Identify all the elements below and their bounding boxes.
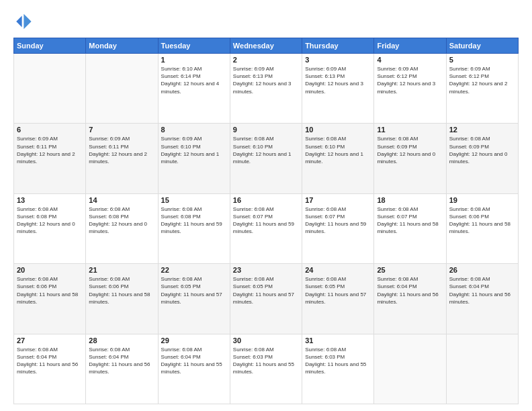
calendar-week-row: 27Sunrise: 6:08 AM Sunset: 6:04 PM Dayli… xyxy=(14,334,519,404)
calendar-cell: 29Sunrise: 6:08 AM Sunset: 6:04 PM Dayli… xyxy=(158,334,230,404)
calendar-cell: 14Sunrise: 6:08 AM Sunset: 6:08 PM Dayli… xyxy=(86,193,158,263)
calendar-cell: 3Sunrise: 6:09 AM Sunset: 6:13 PM Daylig… xyxy=(302,54,374,124)
header xyxy=(13,12,519,31)
day-number: 16 xyxy=(233,196,299,204)
day-number: 5 xyxy=(449,56,515,64)
day-info: Sunrise: 6:08 AM Sunset: 6:04 PM Dayligh… xyxy=(17,346,83,376)
day-number: 15 xyxy=(161,196,227,204)
calendar-cell: 9Sunrise: 6:08 AM Sunset: 6:10 PM Daylig… xyxy=(230,124,302,193)
calendar-table: SundayMondayTuesdayWednesdayThursdayFrid… xyxy=(13,38,519,404)
calendar-cell: 22Sunrise: 6:08 AM Sunset: 6:05 PM Dayli… xyxy=(158,264,230,334)
day-number: 8 xyxy=(161,126,227,134)
day-number: 23 xyxy=(233,266,299,274)
day-info: Sunrise: 6:08 AM Sunset: 6:05 PM Dayligh… xyxy=(305,275,371,306)
calendar-cell: 30Sunrise: 6:08 AM Sunset: 6:03 PM Dayli… xyxy=(230,334,302,404)
calendar-cell: 12Sunrise: 6:08 AM Sunset: 6:09 PM Dayli… xyxy=(446,124,518,193)
day-info: Sunrise: 6:08 AM Sunset: 6:03 PM Dayligh… xyxy=(305,346,371,376)
day-info: Sunrise: 6:08 AM Sunset: 6:05 PM Dayligh… xyxy=(161,275,227,306)
calendar-cell xyxy=(86,54,158,124)
calendar-cell: 5Sunrise: 6:09 AM Sunset: 6:12 PM Daylig… xyxy=(446,54,518,124)
day-number: 6 xyxy=(17,126,83,134)
day-number: 19 xyxy=(449,196,515,204)
weekday-header: Thursday xyxy=(302,38,374,54)
day-number: 28 xyxy=(89,336,154,345)
svg-marker-1 xyxy=(16,16,21,28)
day-number: 9 xyxy=(233,126,299,134)
weekday-header: Saturday xyxy=(446,38,518,54)
day-info: Sunrise: 6:08 AM Sunset: 6:04 PM Dayligh… xyxy=(89,346,154,376)
logo-icon xyxy=(13,12,32,31)
day-number: 14 xyxy=(89,196,154,204)
day-number: 3 xyxy=(305,56,371,64)
calendar-cell: 6Sunrise: 6:09 AM Sunset: 6:11 PM Daylig… xyxy=(14,124,86,193)
day-number: 4 xyxy=(377,56,443,64)
day-info: Sunrise: 6:09 AM Sunset: 6:12 PM Dayligh… xyxy=(449,65,515,95)
day-number: 1 xyxy=(161,56,227,64)
day-info: Sunrise: 6:09 AM Sunset: 6:11 PM Dayligh… xyxy=(89,135,154,165)
calendar-cell: 26Sunrise: 6:08 AM Sunset: 6:04 PM Dayli… xyxy=(446,264,518,334)
calendar-week-row: 1Sunrise: 6:10 AM Sunset: 6:14 PM Daylig… xyxy=(14,54,519,124)
day-info: Sunrise: 6:09 AM Sunset: 6:10 PM Dayligh… xyxy=(161,135,227,165)
day-number: 10 xyxy=(305,126,371,134)
weekday-header: Sunday xyxy=(14,38,86,54)
day-info: Sunrise: 6:08 AM Sunset: 6:04 PM Dayligh… xyxy=(161,346,227,376)
day-number: 31 xyxy=(305,336,371,345)
day-number: 22 xyxy=(161,266,227,274)
calendar-cell xyxy=(374,334,446,404)
calendar-cell: 15Sunrise: 6:08 AM Sunset: 6:08 PM Dayli… xyxy=(158,193,230,263)
day-info: Sunrise: 6:08 AM Sunset: 6:06 PM Dayligh… xyxy=(17,275,83,306)
calendar-cell: 28Sunrise: 6:08 AM Sunset: 6:04 PM Dayli… xyxy=(86,334,158,404)
day-number: 2 xyxy=(233,56,299,64)
day-number: 11 xyxy=(377,126,443,134)
calendar-cell: 21Sunrise: 6:08 AM Sunset: 6:06 PM Dayli… xyxy=(86,264,158,334)
calendar-week-row: 13Sunrise: 6:08 AM Sunset: 6:08 PM Dayli… xyxy=(14,193,519,263)
day-info: Sunrise: 6:08 AM Sunset: 6:09 PM Dayligh… xyxy=(377,135,443,165)
day-number: 13 xyxy=(17,196,83,204)
calendar-cell: 31Sunrise: 6:08 AM Sunset: 6:03 PM Dayli… xyxy=(302,334,374,404)
day-number: 24 xyxy=(305,266,371,274)
weekday-header-row: SundayMondayTuesdayWednesdayThursdayFrid… xyxy=(14,38,519,54)
day-number: 30 xyxy=(233,336,299,345)
calendar-cell: 18Sunrise: 6:08 AM Sunset: 6:07 PM Dayli… xyxy=(374,193,446,263)
day-info: Sunrise: 6:08 AM Sunset: 6:10 PM Dayligh… xyxy=(233,135,299,165)
calendar-week-row: 6Sunrise: 6:09 AM Sunset: 6:11 PM Daylig… xyxy=(14,124,519,193)
day-number: 21 xyxy=(89,266,154,274)
day-info: Sunrise: 6:09 AM Sunset: 6:13 PM Dayligh… xyxy=(305,65,371,95)
day-info: Sunrise: 6:08 AM Sunset: 6:07 PM Dayligh… xyxy=(377,205,443,236)
day-info: Sunrise: 6:08 AM Sunset: 6:06 PM Dayligh… xyxy=(449,205,515,236)
day-info: Sunrise: 6:08 AM Sunset: 6:08 PM Dayligh… xyxy=(17,205,83,236)
day-info: Sunrise: 6:09 AM Sunset: 6:13 PM Dayligh… xyxy=(233,65,299,95)
calendar-cell xyxy=(446,334,518,404)
day-info: Sunrise: 6:08 AM Sunset: 6:04 PM Dayligh… xyxy=(377,275,443,306)
calendar-cell: 2Sunrise: 6:09 AM Sunset: 6:13 PM Daylig… xyxy=(230,54,302,124)
calendar-cell: 20Sunrise: 6:08 AM Sunset: 6:06 PM Dayli… xyxy=(14,264,86,334)
calendar-cell: 19Sunrise: 6:08 AM Sunset: 6:06 PM Dayli… xyxy=(446,193,518,263)
calendar-cell: 8Sunrise: 6:09 AM Sunset: 6:10 PM Daylig… xyxy=(158,124,230,193)
day-info: Sunrise: 6:08 AM Sunset: 6:07 PM Dayligh… xyxy=(233,205,299,236)
calendar-week-row: 20Sunrise: 6:08 AM Sunset: 6:06 PM Dayli… xyxy=(14,264,519,334)
calendar-cell: 7Sunrise: 6:09 AM Sunset: 6:11 PM Daylig… xyxy=(86,124,158,193)
day-info: Sunrise: 6:08 AM Sunset: 6:08 PM Dayligh… xyxy=(161,205,227,236)
calendar-cell: 11Sunrise: 6:08 AM Sunset: 6:09 PM Dayli… xyxy=(374,124,446,193)
calendar-cell xyxy=(14,54,86,124)
day-info: Sunrise: 6:08 AM Sunset: 6:05 PM Dayligh… xyxy=(233,275,299,306)
day-info: Sunrise: 6:09 AM Sunset: 6:12 PM Dayligh… xyxy=(377,65,443,95)
calendar-cell: 4Sunrise: 6:09 AM Sunset: 6:12 PM Daylig… xyxy=(374,54,446,124)
weekday-header: Tuesday xyxy=(158,38,230,54)
day-number: 27 xyxy=(17,336,83,345)
day-number: 12 xyxy=(449,126,515,134)
logo xyxy=(13,12,35,31)
day-number: 25 xyxy=(377,266,443,274)
calendar-cell: 25Sunrise: 6:08 AM Sunset: 6:04 PM Dayli… xyxy=(374,264,446,334)
day-number: 29 xyxy=(161,336,227,345)
calendar-cell: 27Sunrise: 6:08 AM Sunset: 6:04 PM Dayli… xyxy=(14,334,86,404)
day-info: Sunrise: 6:08 AM Sunset: 6:10 PM Dayligh… xyxy=(305,135,371,165)
day-info: Sunrise: 6:08 AM Sunset: 6:04 PM Dayligh… xyxy=(449,275,515,306)
weekday-header: Monday xyxy=(86,38,158,54)
weekday-header: Wednesday xyxy=(230,38,302,54)
day-info: Sunrise: 6:08 AM Sunset: 6:08 PM Dayligh… xyxy=(89,205,154,236)
calendar-cell: 13Sunrise: 6:08 AM Sunset: 6:08 PM Dayli… xyxy=(14,193,86,263)
day-info: Sunrise: 6:10 AM Sunset: 6:14 PM Dayligh… xyxy=(161,65,227,95)
day-number: 7 xyxy=(89,126,154,134)
svg-marker-0 xyxy=(24,14,31,29)
